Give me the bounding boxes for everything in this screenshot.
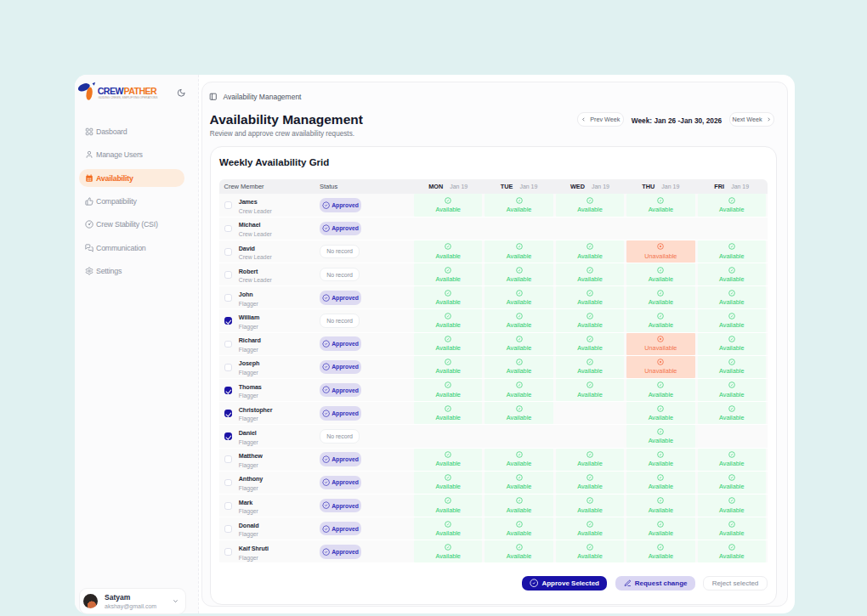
svg-text:GUIDING CREWS, SIMPLIFYING OPE: GUIDING CREWS, SIMPLIFYING OPERATIONS <box>98 95 157 99</box>
